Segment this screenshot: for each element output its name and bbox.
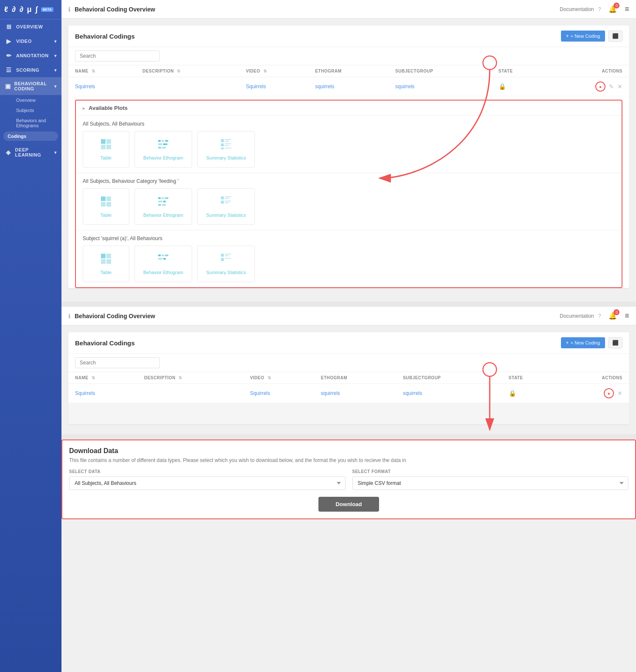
col-state: STATE <box>492 65 548 77</box>
row-name: Squirrels <box>68 77 136 96</box>
plot-card-table-1[interactable]: Table <box>83 131 129 168</box>
sidebar-sub-bc-codings[interactable]: Codings <box>3 132 58 141</box>
plot-card-ethogram-2[interactable]: Behavior Ethogram <box>134 188 192 225</box>
sidebar-item-overview[interactable]: ⊞ Overview <box>0 20 61 34</box>
download-data-section: Download Data This file contains a numbe… <box>61 440 636 519</box>
export-icon-button[interactable]: ⬛ <box>608 31 622 42</box>
svg-rect-42 <box>158 255 161 256</box>
svg-rect-22 <box>106 196 111 201</box>
new-coding-button[interactable]: + + New Coding <box>561 31 605 42</box>
new-coding-button-2[interactable]: + + New Coding <box>561 337 605 348</box>
svg-rect-48 <box>225 254 231 255</box>
search-input-2[interactable] <box>75 357 160 368</box>
sort-icon-name-2[interactable]: ⇅ <box>92 375 95 380</box>
plot-card-ethogram-3[interactable]: Behavior Ethogram <box>134 246 192 282</box>
plot-card-summary-3[interactable]: Summary Statistics <box>197 246 255 282</box>
bc-codings-label: Codings <box>8 134 26 139</box>
svg-rect-18 <box>225 145 229 146</box>
svg-rect-15 <box>225 141 229 142</box>
plot-card-table-3[interactable]: Table <box>83 246 129 282</box>
card-title-2: Behavioral Codings <box>75 339 135 347</box>
delete-action-icon[interactable]: ✕ <box>617 83 622 90</box>
sidebar-label-annotation: Annotation <box>16 53 49 58</box>
select-format-dropdown[interactable]: Simple CSV format Detailed CSV format JS… <box>352 476 629 490</box>
topbar-1: ℹ Behavioral Coding Overview Documentati… <box>61 0 636 19</box>
sort-icon-desc-2[interactable]: ⇅ <box>179 375 182 380</box>
chevron-down-icon-dl: ▾ <box>54 150 57 155</box>
plot-cards-2: Table <box>83 188 615 225</box>
table-label-2: Table <box>92 213 120 218</box>
svg-rect-28 <box>158 201 162 202</box>
download-button[interactable]: Download <box>318 497 379 512</box>
sidebar-item-scoring[interactable]: ☰ Scoring ▾ <box>0 63 61 77</box>
documentation-link-2[interactable]: Documentation <box>560 313 594 319</box>
sidebar-label-deep-learning: Deep Learning <box>15 147 51 157</box>
ethogram-icon-2 <box>143 196 183 210</box>
squirrels-link[interactable]: Squirrels <box>75 84 95 90</box>
squirrels-link-2[interactable]: Squirrels <box>75 390 95 396</box>
table-label-3: Table <box>92 270 120 275</box>
sidebar-item-video[interactable]: ▶ Video ▾ <box>0 34 61 48</box>
subjectgroup-link-2[interactable]: squirrels <box>403 390 422 396</box>
notification-bell-2[interactable]: 🔔 0 <box>608 312 617 320</box>
menu-icon-2[interactable]: ≡ <box>625 311 629 320</box>
sidebar-sub-bc-subjects[interactable]: Subjects <box>0 105 61 115</box>
delete-action-icon-2[interactable]: ✕ <box>617 390 622 397</box>
notification-bell[interactable]: 🔔 0 <box>608 5 617 13</box>
ethogram-label-1: Behavior Ethogram <box>143 155 183 160</box>
row-actions: ● ✎ ✕ <box>547 77 629 96</box>
plot-card-summary-1[interactable]: Summary Statistics <box>197 131 255 168</box>
svg-rect-33 <box>225 196 231 197</box>
ethogram-link[interactable]: squirrels <box>315 84 334 90</box>
search-input[interactable] <box>75 50 160 62</box>
sort-icon-name[interactable]: ⇅ <box>92 69 95 73</box>
plots-modal-title: Available Plots <box>89 105 128 111</box>
svg-rect-21 <box>101 196 106 201</box>
plot-card-table-2[interactable]: Table <box>83 188 129 225</box>
download-selects: SELECT DATA All Subjects, All Behaviours… <box>69 469 628 490</box>
play-action-button-2[interactable]: ● <box>604 388 614 398</box>
page-title-2: Behavioral Coding Overview <box>75 313 555 319</box>
bc-subjects-label: Subjects <box>16 108 34 113</box>
logo-badge: BETA <box>41 7 53 12</box>
sort-icon-video[interactable]: ⇅ <box>263 69 267 73</box>
plots-info-icon: ▸ <box>83 105 85 111</box>
sort-icon-video-2[interactable]: ⇅ <box>268 375 271 380</box>
row-description <box>136 77 239 96</box>
summary-label-3: Summary Statistics <box>206 270 246 275</box>
sidebar-item-behavioral-coding[interactable]: ▣ Behavioral Coding ▾ <box>0 77 61 95</box>
video-link-2[interactable]: Squirrels <box>250 390 270 396</box>
svg-rect-29 <box>163 201 166 202</box>
notification-badge: 0 <box>614 3 619 8</box>
sidebar-item-annotation[interactable]: ✏ Annotation ▾ <box>0 48 61 63</box>
documentation-link[interactable]: Documentation <box>560 6 594 12</box>
sidebar-label-video: Video <box>16 39 32 44</box>
question-mark: ? <box>598 6 601 12</box>
svg-rect-19 <box>221 148 224 149</box>
download-btn-row: Download <box>69 497 628 512</box>
ethogram-link-2[interactable]: squirrels <box>321 390 340 396</box>
col-actions-2: ACTIONS <box>559 372 629 384</box>
col-name: NAME ⇅ <box>68 65 136 77</box>
svg-rect-31 <box>162 204 166 206</box>
play-action-button[interactable]: ● <box>595 81 605 92</box>
sidebar-label-overview: Overview <box>16 24 43 29</box>
sidebar-item-deep-learning[interactable]: ◈ Deep Learning ▾ <box>0 143 61 161</box>
card-actions: + + New Coding ⬛ <box>561 31 622 42</box>
select-data-dropdown[interactable]: All Subjects, All Behaviours All Subject… <box>69 476 346 490</box>
codings-table-2: NAME ⇅ DESCRIPTION ⇅ VIDEO ⇅ <box>68 372 629 403</box>
export-icon-button-2[interactable]: ⬛ <box>608 337 622 348</box>
video-link[interactable]: Squirrels <box>246 84 266 90</box>
svg-rect-51 <box>225 258 231 259</box>
plot-card-summary-2[interactable]: Summary Statistics <box>197 188 255 225</box>
card-title: Behavioral Codings <box>75 33 135 40</box>
edit-action-icon[interactable]: ✎ <box>609 83 614 90</box>
sidebar-sub-bc-behaviors[interactable]: Behaviors and Ethograms <box>0 115 61 131</box>
sort-icon-desc[interactable]: ⇅ <box>177 69 181 73</box>
subjectgroup-link[interactable]: squirrels <box>395 84 414 90</box>
ethogram-icon-1 <box>143 138 183 153</box>
svg-rect-36 <box>225 201 231 202</box>
plot-card-ethogram-1[interactable]: Behavior Ethogram <box>134 131 192 168</box>
sidebar-sub-bc-overview[interactable]: Overview <box>0 95 61 105</box>
menu-icon[interactable]: ≡ <box>625 5 629 14</box>
